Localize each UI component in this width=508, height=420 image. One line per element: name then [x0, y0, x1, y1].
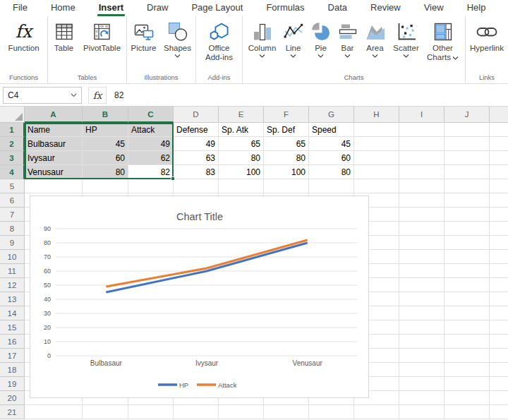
cell-G4[interactable]: 80 — [309, 165, 354, 179]
cell-I3[interactable] — [399, 151, 445, 165]
cell-C21[interactable] — [128, 405, 174, 419]
cell-K1[interactable] — [490, 123, 508, 137]
cell-F3[interactable]: 80 — [264, 151, 309, 165]
cell-A21[interactable] — [25, 405, 83, 419]
cell-A1[interactable]: Name — [25, 123, 83, 137]
cell-F2[interactable]: 65 — [264, 137, 309, 151]
row-header-9[interactable]: 9 — [0, 236, 25, 250]
cell-H1[interactable] — [354, 123, 399, 137]
row-header-1[interactable]: 1 — [0, 123, 25, 137]
cell-E5[interactable] — [219, 179, 264, 193]
row-header-3[interactable]: 3 — [0, 151, 25, 165]
cell-A5[interactable] — [25, 179, 83, 193]
cell-K18[interactable] — [490, 363, 508, 377]
cell-K11[interactable] — [490, 264, 508, 278]
cell-J13[interactable] — [445, 292, 490, 306]
cell-H21[interactable] — [354, 405, 399, 419]
cell-G1[interactable]: Speed — [309, 123, 354, 137]
cell-K4[interactable] — [490, 165, 508, 179]
legend-label-hp[interactable]: HP — [179, 381, 188, 389]
column-header-F[interactable]: F — [264, 107, 309, 123]
row-header-14[interactable]: 14 — [0, 306, 25, 320]
cell-A2[interactable]: Bulbasaur — [25, 137, 83, 151]
shapes-button[interactable]: Shapes — [161, 16, 195, 58]
column-header-C[interactable]: C — [128, 107, 174, 123]
row-header-6[interactable]: 6 — [0, 193, 25, 208]
row-header-4[interactable]: 4 — [0, 165, 25, 179]
cell-A4[interactable]: Venusaur — [25, 165, 83, 179]
cell-K21[interactable] — [490, 405, 508, 419]
cell-K12[interactable] — [490, 278, 508, 292]
hyperlink-button[interactable]: Hyperlink — [466, 16, 507, 53]
pivottable-button[interactable]: PivotTable — [80, 16, 125, 53]
table-button[interactable]: Table — [50, 16, 78, 53]
tab-home[interactable]: Home — [51, 0, 75, 16]
tab-draw[interactable]: Draw — [147, 0, 168, 16]
column-header-J[interactable]: J — [445, 107, 490, 123]
cell-D5[interactable] — [174, 179, 219, 193]
cell-G2[interactable]: 45 — [309, 137, 354, 151]
column-header-K[interactable]: K — [490, 107, 508, 123]
row-header-18[interactable]: 18 — [0, 363, 25, 377]
cell-K13[interactable] — [490, 292, 508, 306]
cell-J19[interactable] — [445, 377, 490, 391]
cell-K15[interactable] — [490, 320, 508, 335]
row-header-20[interactable]: 20 — [0, 391, 25, 405]
cell-K19[interactable] — [490, 377, 508, 391]
row-header-19[interactable]: 19 — [0, 377, 25, 391]
cell-I11[interactable] — [399, 264, 445, 278]
cell-B1[interactable]: HP — [83, 123, 128, 137]
tab-data[interactable]: Data — [328, 0, 347, 16]
cell-G3[interactable]: 60 — [309, 151, 354, 165]
legend-label-attack[interactable]: Attack — [218, 381, 237, 389]
cell-H5[interactable] — [354, 179, 399, 193]
embedded-chart[interactable]: 0102030405060708090BulbasaurIvysaurVenus… — [30, 196, 369, 398]
cell-I6[interactable] — [399, 193, 445, 208]
chart-title[interactable]: Chart Title — [176, 211, 223, 222]
column-header-I[interactable]: I — [399, 107, 445, 123]
column-header-D[interactable]: D — [174, 107, 219, 123]
cell-I16[interactable] — [399, 335, 445, 349]
cell-K8[interactable] — [490, 222, 508, 236]
cell-C3[interactable]: 62 — [128, 151, 174, 165]
cell-J7[interactable] — [445, 208, 490, 222]
scatter-chart-button[interactable]: Scatter — [390, 16, 423, 58]
cell-I10[interactable] — [399, 250, 445, 264]
cell-E1[interactable]: Sp. Atk — [219, 123, 264, 137]
cell-F21[interactable] — [264, 405, 309, 419]
tab-view[interactable]: View — [424, 0, 444, 16]
cell-B21[interactable] — [83, 405, 128, 419]
cell-H3[interactable] — [354, 151, 399, 165]
cell-I17[interactable] — [399, 349, 445, 363]
pie-chart-button[interactable]: Pie — [308, 16, 334, 58]
row-header-21[interactable]: 21 — [0, 405, 25, 419]
cell-I13[interactable] — [399, 292, 445, 306]
row-header-11[interactable]: 11 — [0, 264, 25, 278]
insert-function-button[interactable]: fx — [88, 87, 107, 104]
tab-page-layout[interactable]: Page Layout — [191, 0, 243, 16]
cell-F5[interactable] — [264, 179, 309, 193]
cell-K20[interactable] — [490, 391, 508, 405]
cell-E21[interactable] — [219, 405, 264, 419]
cell-J9[interactable] — [445, 236, 490, 250]
cell-J2[interactable] — [445, 137, 490, 151]
tab-help[interactable]: Help — [467, 0, 486, 16]
cell-B2[interactable]: 45 — [83, 137, 128, 151]
column-chart-button[interactable]: Column — [246, 16, 279, 58]
series-line-attack[interactable] — [106, 240, 307, 287]
cell-E2[interactable]: 65 — [219, 137, 264, 151]
picture-button[interactable]: Picture — [128, 16, 159, 53]
cell-K10[interactable] — [490, 250, 508, 264]
row-header-7[interactable]: 7 — [0, 208, 25, 222]
cell-J16[interactable] — [445, 335, 490, 349]
cell-J4[interactable] — [445, 165, 490, 179]
cell-J20[interactable] — [445, 391, 490, 405]
cell-C2[interactable]: 49 — [128, 137, 174, 151]
cell-A3[interactable]: Ivysaur — [25, 151, 83, 165]
row-header-8[interactable]: 8 — [0, 222, 25, 236]
cell-D21[interactable] — [174, 405, 219, 419]
cell-J6[interactable] — [445, 193, 490, 208]
row-header-10[interactable]: 10 — [0, 250, 25, 264]
column-header-B[interactable]: B — [83, 107, 128, 123]
row-header-5[interactable]: 5 — [0, 179, 25, 193]
